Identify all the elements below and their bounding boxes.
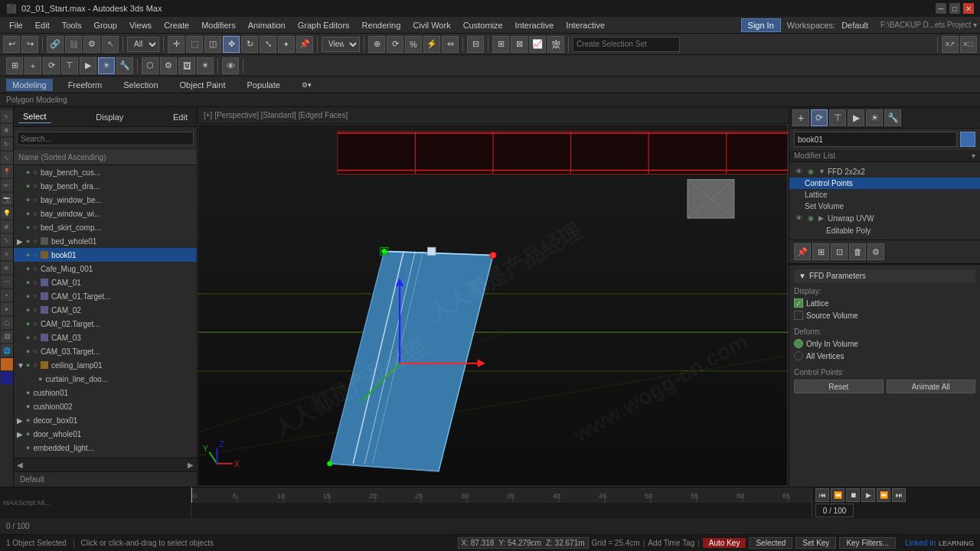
render-setup-btn[interactable]: ⚙: [160, 57, 177, 74]
show-end-btn[interactable]: ⊡: [831, 243, 848, 260]
menu-views[interactable]: Views: [123, 19, 158, 31]
menu-group[interactable]: Group: [87, 19, 123, 31]
modifier-unwrap-uvw[interactable]: 👁 ◉ ▶ Unwrap UVW: [789, 212, 980, 224]
scene-item[interactable]: ▼ ● ○ ceiling_lamp01: [14, 358, 197, 372]
timeline-bottom[interactable]: [191, 503, 812, 518]
mod-vis-icon[interactable]: 👁: [794, 167, 803, 176]
scene-tab-display[interactable]: Display: [91, 111, 128, 123]
scene-item[interactable]: ▶ ● ○ bed_whole01: [14, 234, 197, 248]
bind-button[interactable]: ⚙: [83, 36, 100, 53]
scene-item[interactable]: ● ○ bed_skirt_comp...: [14, 220, 197, 234]
lp-camera[interactable]: 📷: [1, 193, 13, 205]
ffd-params-title[interactable]: ▼ FFD Parameters: [794, 269, 975, 282]
modifier-ffd[interactable]: 👁 ◉ ▼ FFD 2x2x2: [789, 165, 980, 178]
snap-toggle[interactable]: ⊕: [368, 36, 385, 53]
lp-mparticles[interactable]: ∘: [1, 289, 13, 302]
menu-create[interactable]: Create: [158, 19, 195, 31]
lp-warp[interactable]: ⤡: [1, 234, 13, 246]
scene-item[interactable]: ● ○ Cafe_Mug_001: [14, 262, 197, 276]
scene-item[interactable]: ● embedded_light...: [14, 441, 197, 455]
animate-all-button[interactable]: Animate All: [887, 380, 976, 393]
scale-tool-2[interactable]: ✦: [278, 36, 295, 53]
motion-cmd-btn[interactable]: ▶: [848, 109, 864, 126]
scene-manager[interactable]: ⊠: [511, 36, 528, 53]
scene-item[interactable]: ● ○ bay_window_be...: [14, 193, 197, 207]
rotate-tool[interactable]: ↻: [241, 36, 258, 53]
set-key-button[interactable]: Set Key: [795, 537, 836, 549]
lp-select[interactable]: ↖: [1, 110, 13, 122]
scene-item-cam01[interactable]: ● ○ CAM_01: [14, 276, 197, 289]
scene-item[interactable]: ● ○ CAM_03: [14, 331, 197, 344]
select-region[interactable]: ⬚: [186, 36, 203, 53]
expand-icon[interactable]: ▼: [818, 168, 826, 175]
link-button[interactable]: 🔗: [47, 36, 64, 53]
lp-scale[interactable]: ⤡: [1, 152, 13, 164]
minimize-button[interactable]: ─: [936, 3, 946, 14]
menu-modifiers[interactable]: Modifiers: [195, 19, 242, 31]
source-volume-check[interactable]: [794, 311, 803, 320]
goto-end-btn[interactable]: ⏭: [892, 488, 906, 502]
modify-cmd-btn[interactable]: ⟳: [811, 109, 828, 126]
configure-btn[interactable]: ⚙: [867, 243, 884, 260]
coord-block[interactable]: X: 87.318 Y: 54.279cm Z: 32.671m: [458, 537, 589, 549]
modifier-list-dropdown-icon[interactable]: ▾: [972, 152, 975, 160]
selected-button[interactable]: Selected: [749, 537, 792, 549]
scene-item[interactable]: ● ○ CAM_02.Target...: [14, 317, 197, 331]
lp-materials[interactable]: ⬡: [1, 317, 13, 329]
lp-helper[interactable]: ⊕: [1, 220, 13, 233]
scene-tab-select[interactable]: Select: [18, 110, 51, 123]
scene-item[interactable]: ▶ ● decor_box01: [14, 413, 197, 427]
lp-light[interactable]: 💡: [1, 207, 13, 219]
scene-item[interactable]: ● cushion01: [14, 386, 197, 399]
view-select[interactable]: View: [322, 37, 360, 52]
menu-customize[interactable]: Customize: [457, 19, 509, 31]
mod-render-icon[interactable]: ◉: [806, 214, 815, 223]
lp-move[interactable]: ✥: [1, 124, 13, 136]
percent-snap[interactable]: %: [405, 36, 422, 53]
viewport-cfg-btn[interactable]: 👁: [222, 57, 239, 74]
mod-vis-icon[interactable]: 👁: [794, 214, 803, 223]
utilities-btn[interactable]: 🔧: [116, 57, 133, 74]
viewport-canvas[interactable]: 人人都是产品经理 www.wogg-cn.com 人人都是产品经理 X Y Z: [198, 124, 789, 487]
angle-snap[interactable]: ⟳: [387, 36, 403, 53]
mod-render-icon[interactable]: ◉: [806, 167, 815, 176]
layer-manager[interactable]: ⊞: [492, 36, 509, 53]
goto-start-btn[interactable]: ⏮: [815, 488, 829, 502]
menu-scripting[interactable]: Interactive: [509, 19, 560, 31]
unlink-button[interactable]: ⛓: [65, 36, 82, 53]
scene-search-input[interactable]: [17, 132, 194, 145]
tab-freeform[interactable]: Freeform: [62, 79, 109, 91]
signin-button[interactable]: Sign In: [741, 18, 781, 32]
modifier-lattice[interactable]: Lattice: [789, 189, 980, 201]
window-crossing[interactable]: ◫: [204, 36, 221, 53]
color-swatch[interactable]: [960, 132, 975, 147]
lp-effects[interactable]: ✦: [1, 303, 13, 315]
curve-editor[interactable]: 📈: [529, 36, 546, 53]
command-panel-btn[interactable]: ⊞: [6, 57, 23, 74]
menu-tools[interactable]: Tools: [56, 19, 88, 31]
timeline[interactable]: 0 5 10 15 20 25 30 35 40 45 50: [191, 487, 812, 518]
utilities-cmd-btn[interactable]: 🔧: [884, 109, 901, 126]
modify-btn[interactable]: ⟳: [43, 57, 60, 74]
lp-render[interactable]: 🖼: [1, 331, 13, 343]
lp-colorclip2[interactable]: [1, 372, 13, 384]
lp-paint[interactable]: ✏: [1, 179, 13, 191]
key-filters-button[interactable]: Key Filters...: [839, 537, 896, 549]
menu-graph-editors[interactable]: Graph Editors: [292, 19, 356, 31]
create-cmd-btn[interactable]: +: [792, 109, 809, 126]
place-tool[interactable]: 📌: [296, 36, 313, 53]
render-btn[interactable]: 🖼: [178, 57, 195, 74]
display-cmd-btn[interactable]: ☀: [866, 109, 883, 126]
delete-mod-btn[interactable]: 🗑: [849, 243, 866, 260]
scene-item[interactable]: ● ○ CAM_03.Target...: [14, 344, 197, 358]
lp-hair[interactable]: 〰: [1, 276, 13, 288]
scene-item[interactable]: ▶ ● door_whole01: [14, 427, 197, 441]
viewport[interactable]: [+] [Perspective] [Standard] [Edged Face…: [198, 107, 789, 487]
menu-rendering[interactable]: Rendering: [356, 19, 407, 31]
tab-modeling[interactable]: Modeling: [6, 79, 53, 91]
modifier-set-volume[interactable]: Set Volume: [789, 201, 980, 212]
menu-file[interactable]: File: [3, 19, 29, 31]
undo-button[interactable]: ↩: [3, 36, 20, 53]
frame-input[interactable]: [815, 504, 854, 517]
select-tool[interactable]: ✛: [168, 36, 185, 53]
